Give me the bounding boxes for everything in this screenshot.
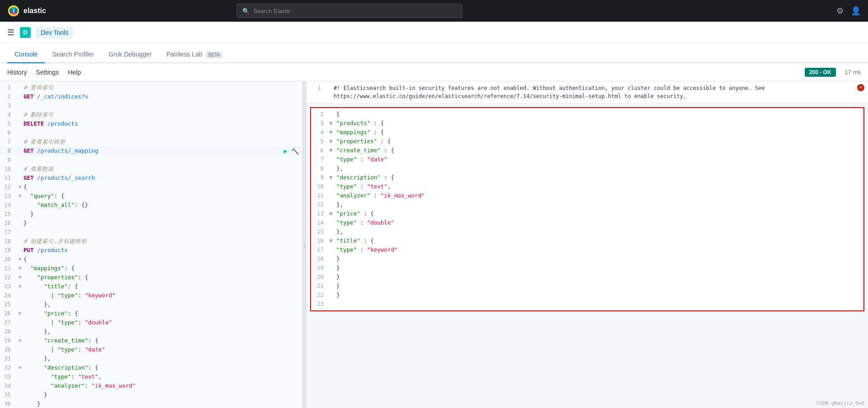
resp-line-21: 21 }: [311, 281, 863, 291]
response-footer: CSDN @Naijia_OvO: [816, 400, 864, 406]
response-warning-text: #! Elasticsearch built-in security featu…: [334, 84, 854, 100]
code-line-16: 16 }: [0, 219, 302, 228]
resp-line-17: 17 "type" : "keyword": [311, 245, 863, 254]
user-icon[interactable]: 👤: [851, 6, 861, 16]
resp-line-11: 11 "analyzer" : "ik_max_word": [311, 191, 863, 200]
code-line-22: 22 ▼ "properties": {: [0, 273, 302, 282]
code-line-36: 36 }: [0, 399, 302, 408]
code-line-6: 6: [0, 128, 302, 137]
code-line-8: 8 GET /products/_mapping ▶ 🔨: [0, 146, 302, 155]
code-line-2: 2 GET /_cat/indices?v: [0, 92, 302, 101]
code-line-29: 29 ▼ "create_time": {: [0, 336, 302, 345]
resp-line-8: 8 },: [311, 164, 863, 173]
code-line-21: 21 ▼ "mappings": {: [0, 264, 302, 273]
pane-divider[interactable]: ⋮: [303, 81, 307, 408]
elastic-logo-text: elastic: [24, 7, 46, 15]
status-badge: 200 - OK: [805, 68, 836, 77]
code-line-3: 3: [0, 101, 302, 110]
code-line-30: 30 | "type": "date": [0, 345, 302, 354]
search-placeholder: Search Elastic: [253, 8, 291, 14]
code-line-24: 24 | "type": "keyword": [0, 291, 302, 300]
code-line-10: 10 # 查看数据: [0, 164, 302, 174]
code-line-14: 14 "match_all": {}: [0, 201, 302, 210]
beta-badge: BETA: [206, 52, 222, 58]
elastic-logo[interactable]: elastic: [7, 5, 46, 17]
resp-line-12: 12 },: [311, 200, 863, 209]
toolbar: History Settings Help 200 - OK 17 ms: [0, 63, 868, 81]
help-button[interactable]: Help: [68, 69, 81, 76]
tab-search-profiler[interactable]: Search Profiler: [45, 46, 101, 63]
code-line-23: 23 ▼ "title": {: [0, 282, 302, 291]
history-button[interactable]: History: [7, 69, 27, 76]
code-line-31: 31 },: [0, 354, 302, 363]
code-lines: 1 # 查询索引 2 GET /_cat/indices?v 3 4 # 删除索…: [0, 81, 302, 408]
resp-line-5: 5 ▼ "properties" : {: [311, 137, 863, 146]
code-line-13: 13 ▼ "query": {: [0, 192, 302, 201]
code-line-5: 5 DELETE /products: [0, 119, 302, 128]
svg-point-3: [9, 8, 13, 14]
resp-line-15: 15 },: [311, 227, 863, 236]
resp-line-3: 3 ▼ "products" : {: [311, 119, 863, 128]
resp-line-10: 10 "type" : "text",: [311, 182, 863, 191]
app-name[interactable]: Dev Tools: [36, 27, 73, 38]
app-badge: D: [20, 27, 31, 38]
code-line-20: 20 ▼ {: [0, 255, 302, 264]
code-line-18: 18 # 创建索引,并创建映射: [0, 237, 302, 246]
code-line-7: 7 # 查看索引映射: [0, 137, 302, 146]
hamburger-icon[interactable]: ☰: [7, 28, 14, 38]
search-icon: 🔍: [242, 8, 250, 14]
editor-area: 1 # 查询索引 2 GET /_cat/indices?v 3 4 # 删除索…: [0, 81, 868, 408]
resp-line-13: 13 ▼ "price" : {: [311, 209, 863, 218]
resp-line-19: 19 }: [311, 263, 863, 272]
warning-close-button[interactable]: ✕: [857, 84, 864, 91]
wrench-icon[interactable]: 🔨: [291, 146, 299, 155]
resp-line-2: 2 {: [311, 110, 863, 119]
resp-line-4: 4 ▼ "mappings" : {: [311, 128, 863, 137]
code-line-32: 32 ▼ "description": {: [0, 363, 302, 372]
tab-bar: Console Search Profiler Grok Debugger Pa…: [0, 43, 868, 63]
settings-button[interactable]: Settings: [36, 69, 59, 76]
resp-line-9: 9 ▼ "description" : {: [311, 173, 863, 182]
resp-line-23: 23: [311, 300, 863, 309]
code-line-27: 27 | "type": "double": [0, 318, 302, 327]
code-line-4: 4 # 删除索引: [0, 110, 302, 119]
nav-icons: ⚙ 👤: [836, 6, 861, 16]
code-line-33: 33 "type": "text",: [0, 372, 302, 381]
code-line-15: 15 }: [0, 210, 302, 219]
app-bar: ☰ D Dev Tools: [0, 22, 868, 43]
run-button[interactable]: ▶: [284, 146, 288, 155]
code-line-35: 35 }: [0, 390, 302, 399]
code-line-28: 28 },: [0, 327, 302, 336]
top-navigation: elastic 🔍 Search Elastic ⚙ 👤: [0, 0, 868, 22]
code-line-19: 19 PUT /products: [0, 246, 302, 255]
resp-line-22: 22 }: [311, 291, 863, 300]
tab-grok-debugger[interactable]: Grok Debugger: [101, 46, 159, 63]
code-line-26: 26 ▼ "price": {: [0, 309, 302, 318]
response-json-box: 2 { 3 ▼ "products" : { 4 ▼ "mappings" : …: [310, 107, 864, 311]
resp-line-14: 14 "type" : "double": [311, 218, 863, 227]
code-line-12: 12 ▼ {: [0, 183, 302, 192]
code-line-9: 9: [0, 155, 302, 164]
settings-icon[interactable]: ⚙: [836, 6, 844, 16]
response-line-num-1: 1: [310, 84, 326, 92]
code-line-34: 34 "analyzer": "ik_max_word": [0, 381, 302, 390]
code-line-25: 25 },: [0, 300, 302, 309]
code-line-17: 17: [0, 228, 302, 237]
resp-line-6: 6 ▼ "create_time" : {: [311, 146, 863, 155]
resp-line-7: 7 "type" : "date": [311, 155, 863, 164]
resp-line-18: 18 }: [311, 254, 863, 263]
code-line-11: 11 GET /products/_search: [0, 174, 302, 183]
svg-point-4: [14, 8, 18, 14]
left-editor-pane[interactable]: 1 # 查询索引 2 GET /_cat/indices?v 3 4 # 删除索…: [0, 81, 303, 408]
code-line-1: 1 # 查询索引: [0, 83, 302, 92]
resp-line-20: 20 }: [311, 272, 863, 281]
search-bar[interactable]: 🔍 Search Elastic: [236, 4, 462, 18]
resp-line-16: 16 ▼ "title" : {: [311, 236, 863, 245]
tab-painless-lab[interactable]: Painless Lab BETA: [159, 46, 229, 63]
right-response-pane[interactable]: 1 #! Elasticsearch built-in security fea…: [307, 81, 868, 408]
time-badge: 17 ms: [845, 69, 861, 75]
tab-console[interactable]: Console: [7, 46, 45, 63]
